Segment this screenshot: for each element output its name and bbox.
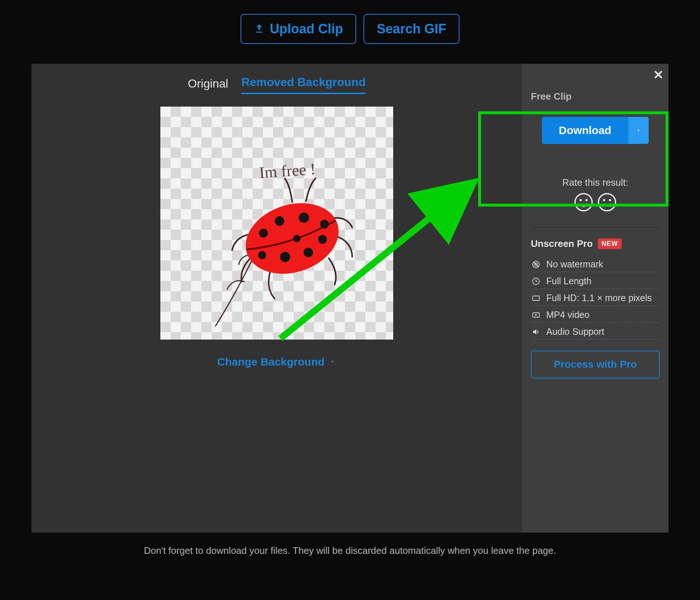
tab-original[interactable]: Original bbox=[188, 77, 228, 94]
process-with-pro-button[interactable]: Process with Pro bbox=[531, 351, 660, 378]
feature-label: Audio Support bbox=[546, 326, 604, 337]
sidebar: ✕ Free Clip Download Rate this result: bbox=[522, 64, 669, 533]
svg-point-10 bbox=[575, 194, 592, 211]
result-panel: Original Removed Background bbox=[31, 64, 669, 533]
svg-point-13 bbox=[599, 194, 616, 211]
svg-point-11 bbox=[580, 199, 582, 201]
svg-point-14 bbox=[603, 199, 605, 201]
top-button-row: Upload Clip Search GIF bbox=[241, 14, 459, 44]
tab-removed-background[interactable]: Removed Background bbox=[241, 75, 366, 94]
svg-rect-19 bbox=[533, 296, 539, 300]
close-icon[interactable]: ✕ bbox=[653, 67, 663, 82]
rate-sad-icon[interactable] bbox=[597, 192, 617, 212]
caret-down-icon bbox=[635, 127, 642, 134]
svg-point-12 bbox=[585, 199, 588, 201]
footer-note: Don't forget to download your files. The… bbox=[144, 545, 556, 556]
download-row: Download bbox=[531, 117, 660, 144]
feature-label: No watermark bbox=[546, 259, 603, 270]
watermark-icon bbox=[531, 259, 541, 270]
preview-caption-text: Im free ! bbox=[258, 160, 316, 182]
audio-icon bbox=[531, 327, 541, 337]
feature-full-hd: Full HD: 1.1 × more pixels bbox=[531, 293, 660, 306]
search-gif-button[interactable]: Search GIF bbox=[364, 14, 459, 44]
free-clip-label: Free Clip bbox=[531, 91, 660, 102]
search-gif-label: Search GIF bbox=[377, 21, 446, 37]
download-button[interactable]: Download bbox=[542, 117, 648, 144]
page-root: Upload Clip Search GIF Original Removed … bbox=[0, 0, 700, 600]
preview-illustration: Im free ! bbox=[160, 107, 393, 340]
download-label: Download bbox=[542, 117, 628, 144]
feature-full-length: Full Length bbox=[531, 276, 660, 289]
video-icon bbox=[531, 310, 541, 320]
rate-happy-icon[interactable] bbox=[573, 192, 594, 212]
svg-point-0 bbox=[237, 192, 348, 285]
feature-label: Full Length bbox=[546, 276, 592, 286]
download-caret[interactable] bbox=[628, 117, 649, 144]
change-background-button[interactable]: Change Background bbox=[217, 356, 336, 368]
feature-mp4: MP4 video bbox=[531, 310, 660, 323]
clock-icon bbox=[531, 276, 541, 286]
feature-label: MP4 video bbox=[546, 310, 589, 320]
svg-point-15 bbox=[609, 199, 611, 201]
new-badge: NEW bbox=[598, 238, 622, 249]
upload-clip-button[interactable]: Upload Clip bbox=[241, 14, 356, 44]
preview-canvas: Im free ! bbox=[160, 107, 393, 340]
main-area: Original Removed Background bbox=[31, 64, 522, 533]
preview-tabs: Original Removed Background bbox=[188, 75, 366, 94]
rate-faces bbox=[531, 192, 660, 212]
pro-features-list: No watermark Full Length Full HD: 1.1 × … bbox=[531, 259, 660, 340]
rate-result-label: Rate this result: bbox=[531, 177, 660, 188]
feature-no-watermark: No watermark bbox=[531, 259, 660, 272]
upload-clip-label: Upload Clip bbox=[270, 21, 343, 37]
pro-heading: Unscreen Pro NEW bbox=[531, 238, 660, 249]
feature-audio: Audio Support bbox=[531, 326, 660, 340]
feature-label: Full HD: 1.1 × more pixels bbox=[546, 293, 652, 303]
change-background-label: Change Background bbox=[217, 356, 324, 368]
pro-title: Unscreen Pro bbox=[531, 238, 593, 249]
hd-icon bbox=[531, 293, 541, 303]
sidebar-divider bbox=[531, 227, 660, 228]
chevron-down-icon bbox=[328, 356, 336, 368]
upload-icon bbox=[254, 23, 265, 34]
